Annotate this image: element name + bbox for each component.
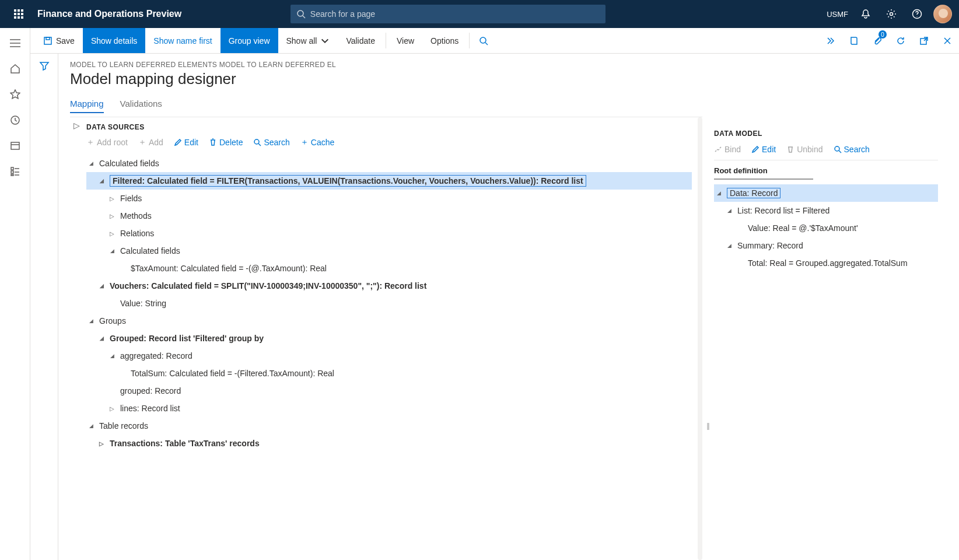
close-icon[interactable]	[936, 28, 959, 53]
caret-icon[interactable]	[107, 353, 117, 359]
tree-item-label: Filtered: Calculated field = FILTER(Tran…	[110, 175, 586, 187]
refresh-icon[interactable]	[889, 28, 912, 53]
recent-icon[interactable]	[1, 108, 29, 132]
tree-item[interactable]: Table records	[86, 417, 692, 435]
tree-item[interactable]: List: Record list = Filtered	[714, 202, 938, 219]
modules-icon[interactable]	[1, 160, 29, 183]
tree-item[interactable]: Fields	[86, 190, 692, 207]
tree-item[interactable]: Data: Record	[714, 184, 938, 202]
tree-item[interactable]: Vouchers: Calculated field = SPLIT("INV-…	[86, 277, 692, 295]
tree-item[interactable]: Calculated fields	[86, 242, 692, 260]
tree-item[interactable]: Calculated fields	[86, 155, 692, 172]
caret-icon[interactable]	[97, 283, 106, 289]
tree-item-label: Transactions: Table 'TaxTrans' records	[110, 439, 260, 448]
splitter[interactable]: ‖	[702, 117, 714, 560]
caret-icon[interactable]	[86, 160, 96, 166]
caret-icon[interactable]	[107, 405, 117, 412]
bind-button[interactable]: Bind	[714, 145, 741, 154]
popout-icon[interactable]	[912, 28, 936, 53]
tree-item[interactable]: Transactions: Table 'TaxTrans' records	[86, 435, 692, 452]
search-command-icon[interactable]	[472, 28, 495, 53]
show-details-button[interactable]: Show details	[83, 28, 145, 53]
show-name-first-button[interactable]: Show name first	[145, 28, 220, 53]
svg-rect-10	[11, 167, 13, 170]
tree-item[interactable]: lines: Record list	[86, 400, 692, 417]
tree-item-label: Methods	[120, 211, 152, 220]
home-icon[interactable]	[1, 57, 29, 80]
tree-item-label: Groups	[99, 316, 126, 326]
tree-item[interactable]: Total: Real = Grouped.aggregated.TotalSu…	[714, 254, 938, 272]
caret-icon[interactable]	[86, 318, 96, 324]
extension-icon[interactable]	[819, 28, 842, 53]
app-launcher-icon[interactable]	[5, 0, 33, 28]
menu-icon[interactable]	[1, 32, 29, 55]
save-button[interactable]: Save	[35, 28, 83, 53]
company-label[interactable]: USMF	[823, 10, 852, 19]
avatar[interactable]	[931, 0, 954, 28]
svg-rect-17	[46, 37, 50, 40]
tree-item[interactable]: Relations	[86, 225, 692, 242]
tree-item[interactable]: grouped: Record	[86, 382, 692, 400]
app-title: Finance and Operations Preview	[37, 9, 181, 19]
star-icon[interactable]	[1, 83, 29, 106]
page-title: Model mapping designer	[70, 70, 947, 88]
tree-item[interactable]: Filtered: Calculated field = FILTER(Tran…	[86, 172, 692, 190]
options-button[interactable]: Options	[422, 28, 467, 53]
svg-line-26	[839, 150, 841, 153]
filter-icon[interactable]	[39, 61, 50, 560]
add-root-button[interactable]: ＋Add root	[86, 137, 128, 148]
tree-item[interactable]: aggregated: Record	[86, 347, 692, 365]
group-view-button[interactable]: Group view	[220, 28, 278, 53]
tree-item-label: Vouchers: Calculated field = SPLIT("INV-…	[110, 281, 426, 290]
caret-icon[interactable]	[724, 243, 734, 249]
caret-icon[interactable]	[107, 195, 117, 202]
ds-search-button[interactable]: Search	[253, 138, 289, 147]
caret-icon[interactable]	[97, 335, 106, 341]
collapse-toggle-icon[interactable]: ▷	[70, 117, 83, 560]
tree-item[interactable]: Grouped: Record list 'Filtered' group by	[86, 330, 692, 347]
view-button[interactable]: View	[388, 28, 422, 53]
unbind-button[interactable]: Unbind	[786, 145, 822, 154]
topbar-right: USMF	[823, 0, 954, 28]
svg-line-1	[303, 16, 305, 18]
book-icon[interactable]	[842, 28, 866, 53]
workspace-icon[interactable]	[1, 134, 29, 158]
tab-mapping[interactable]: Mapping	[70, 99, 104, 113]
dm-search-button[interactable]: Search	[834, 145, 870, 154]
delete-button[interactable]: Delete	[209, 138, 243, 147]
cache-button[interactable]: ＋Cache	[300, 137, 334, 148]
dm-edit-button[interactable]: Edit	[751, 145, 776, 154]
caret-icon[interactable]	[107, 230, 117, 237]
show-all-button[interactable]: Show all	[278, 28, 338, 53]
data-model-panel: DATA MODEL Bind Edit Unbind Search Root …	[714, 117, 947, 560]
tree-item[interactable]: Summary: Record	[714, 237, 938, 254]
tree-item[interactable]: Groups	[86, 312, 692, 330]
caret-icon[interactable]	[86, 423, 96, 429]
root-definition-label: Root definition	[714, 166, 938, 175]
gear-icon[interactable]	[880, 0, 903, 28]
scrollbar[interactable]	[698, 117, 702, 560]
caret-icon[interactable]	[107, 248, 117, 254]
tree-item[interactable]: $TaxAmount: Calculated field = -(@.TaxAm…	[86, 260, 692, 277]
caret-icon[interactable]	[107, 213, 117, 219]
add-button[interactable]: ＋Add	[138, 137, 163, 148]
caret-icon[interactable]	[97, 178, 106, 184]
edit-button[interactable]: Edit	[174, 138, 198, 147]
tree-item-label: TotalSum: Calculated field = -(Filtered.…	[131, 369, 334, 378]
caret-icon[interactable]	[97, 440, 106, 447]
tree-item-label: $TaxAmount: Calculated field = -(@.TaxAm…	[131, 264, 327, 273]
help-icon[interactable]	[905, 0, 929, 28]
caret-icon[interactable]	[724, 208, 734, 214]
caret-icon[interactable]	[714, 190, 723, 196]
tree-item[interactable]: TotalSum: Calculated field = -(Filtered.…	[86, 365, 692, 382]
content-tabs: Mapping Validations	[70, 99, 947, 113]
tree-item[interactable]: Methods	[86, 207, 692, 225]
tree-item[interactable]: Value: String	[86, 295, 692, 312]
tree-item-label: Data: Record	[727, 188, 780, 198]
tab-validations[interactable]: Validations	[120, 99, 162, 113]
bell-icon[interactable]	[854, 0, 877, 28]
attachments-icon[interactable]: 0	[866, 28, 889, 53]
search-input[interactable]: Search for a page	[290, 5, 606, 23]
validate-button[interactable]: Validate	[338, 28, 383, 53]
tree-item[interactable]: Value: Real = @.'$TaxAmount'	[714, 219, 938, 237]
